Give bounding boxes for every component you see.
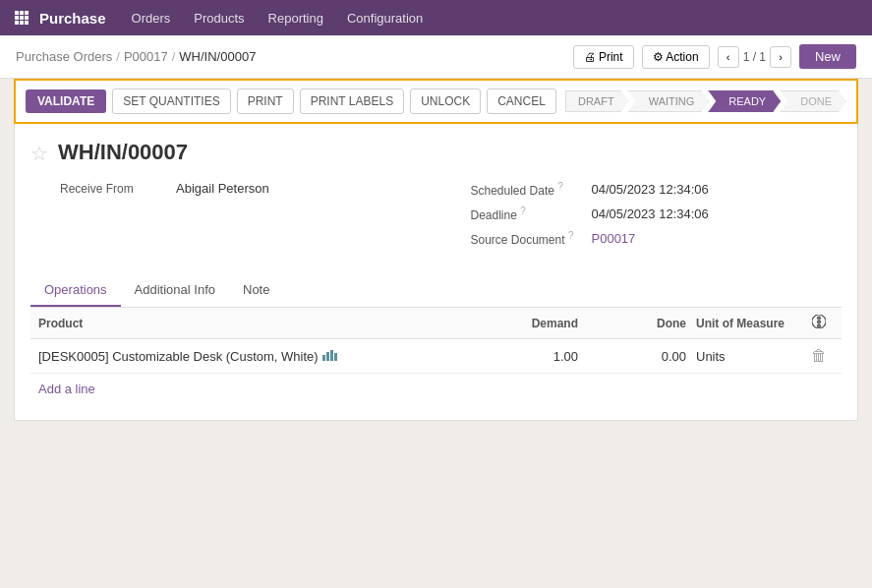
tabs-bar: Operations Additional Info Note	[30, 274, 842, 308]
product-cell: [DESK0005] Customizable Desk (Custom, Wh…	[38, 349, 519, 364]
tab-note[interactable]: Note	[229, 274, 283, 307]
status-ready: READY	[708, 90, 781, 112]
svg-point-11	[818, 324, 820, 326]
print-labels-button[interactable]: PRINT LABELS	[300, 88, 404, 114]
svg-rect-3	[15, 16, 19, 20]
cancel-button[interactable]: CANCEL	[487, 88, 556, 114]
svg-rect-0	[15, 11, 19, 15]
scheduled-date-label: Scheduled Date ?	[471, 181, 584, 198]
tab-operations[interactable]: Operations	[30, 274, 121, 307]
add-line-button[interactable]: Add a line	[30, 374, 842, 404]
svg-rect-5	[25, 16, 29, 20]
breadcrumb-current: WH/IN/00007	[179, 49, 256, 64]
receive-from-value: Abigail Peterson	[176, 181, 269, 196]
print-button[interactable]: 🖨 Print	[573, 45, 634, 69]
pager: ‹ 1 / 1 ›	[718, 46, 791, 68]
table-row[interactable]: [DESK0005] Customizable Desk (Custom, Wh…	[30, 339, 842, 374]
svg-rect-7	[20, 21, 24, 25]
deadline-help[interactable]: ?	[520, 206, 526, 216]
col-settings-header[interactable]	[804, 315, 834, 331]
status-draft: DRAFT	[565, 90, 629, 112]
app-brand[interactable]: Purchase	[39, 10, 106, 27]
forecast-icon[interactable]	[322, 349, 338, 364]
breadcrumb-purchase-orders[interactable]: Purchase Orders	[16, 49, 112, 64]
col-done-header: Done	[617, 317, 686, 330]
pager-next[interactable]: ›	[770, 46, 791, 68]
validate-button[interactable]: VALIDATE	[26, 89, 106, 113]
source-document-value[interactable]: P00017	[592, 231, 636, 246]
action-button[interactable]: ⚙ Action	[642, 45, 710, 69]
svg-rect-13	[326, 352, 329, 361]
breadcrumb-p00017[interactable]: P00017	[124, 49, 168, 64]
svg-rect-1	[20, 11, 24, 15]
col-demand-header: Demand	[519, 317, 617, 330]
print-action-button[interactable]: PRINT	[237, 88, 294, 114]
demand-cell: 1.00	[519, 349, 617, 364]
source-document-label: Source Document ?	[471, 230, 584, 247]
receive-from-label: Receive From	[60, 182, 168, 196]
status-done: DONE	[780, 90, 846, 112]
table-header: Product Demand Done Unit of Measure	[30, 308, 842, 339]
new-button[interactable]: New	[799, 44, 856, 69]
svg-point-9	[818, 317, 820, 319]
done-cell[interactable]: 0.00	[617, 349, 686, 364]
svg-rect-4	[20, 16, 24, 20]
source-doc-help[interactable]: ?	[568, 230, 574, 241]
set-quantities-button[interactable]: SET QUANTITIES	[112, 88, 230, 114]
breadcrumb: Purchase Orders / P00017 / WH/IN/00007	[16, 49, 256, 64]
apps-menu-icon[interactable]	[8, 4, 35, 31]
nav-item-orders[interactable]: Orders	[122, 5, 181, 31]
favorite-star-icon[interactable]: ☆	[30, 142, 48, 165]
nav-item-configuration[interactable]: Configuration	[337, 5, 433, 31]
scheduled-date-value[interactable]: 04/05/2023 12:34:06	[592, 182, 709, 197]
scheduled-date-help[interactable]: ?	[557, 181, 563, 192]
svg-rect-15	[334, 353, 337, 361]
main-content: ☆ WH/IN/00007 Receive From Abigail Peter…	[14, 124, 858, 421]
delete-row-button[interactable]: 🗑	[804, 347, 834, 365]
svg-rect-6	[15, 21, 19, 25]
nav-item-reporting[interactable]: Reporting	[259, 5, 333, 31]
svg-rect-14	[330, 350, 333, 361]
svg-rect-2	[25, 11, 29, 15]
tab-additional-info[interactable]: Additional Info	[121, 274, 229, 307]
col-product-header: Product	[38, 317, 519, 330]
col-uom-header: Unit of Measure	[686, 317, 804, 330]
pager-count: 1 / 1	[743, 50, 766, 64]
pager-prev[interactable]: ‹	[718, 46, 739, 68]
svg-point-10	[818, 321, 820, 323]
nav-item-products[interactable]: Products	[184, 5, 254, 31]
breadcrumb-sep-1: /	[116, 49, 120, 64]
unlock-button[interactable]: UNLOCK	[410, 88, 481, 114]
deadline-label: Deadline ?	[471, 206, 584, 222]
svg-rect-8	[25, 21, 29, 25]
svg-rect-12	[322, 355, 325, 361]
breadcrumb-sep-2: /	[172, 49, 176, 64]
uom-cell: Units	[686, 349, 804, 364]
status-waiting: WAITING	[628, 90, 710, 112]
record-title: WH/IN/00007	[58, 140, 188, 165]
deadline-value[interactable]: 04/05/2023 12:34:06	[592, 206, 709, 221]
